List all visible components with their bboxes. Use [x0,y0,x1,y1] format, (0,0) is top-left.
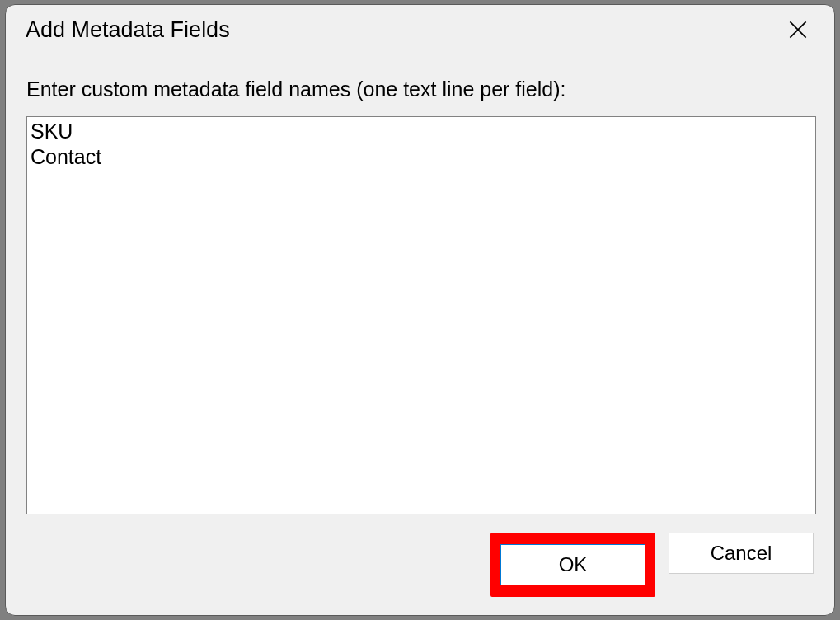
metadata-fields-textarea[interactable] [26,116,816,514]
cancel-button[interactable]: Cancel [669,533,814,574]
close-icon [789,21,807,39]
close-button[interactable] [781,13,814,46]
dialog-content: Enter custom metadata field names (one t… [6,54,834,514]
dialog-window: Add Metadata Fields Enter custom metadat… [5,4,835,616]
ok-button[interactable]: OK [500,544,645,585]
prompt-label: Enter custom metadata field names (one t… [26,78,814,101]
titlebar: Add Metadata Fields [6,5,834,54]
button-row: OK Cancel [6,514,834,615]
dialog-title: Add Metadata Fields [26,17,230,43]
ok-button-highlight: OK [490,533,655,597]
